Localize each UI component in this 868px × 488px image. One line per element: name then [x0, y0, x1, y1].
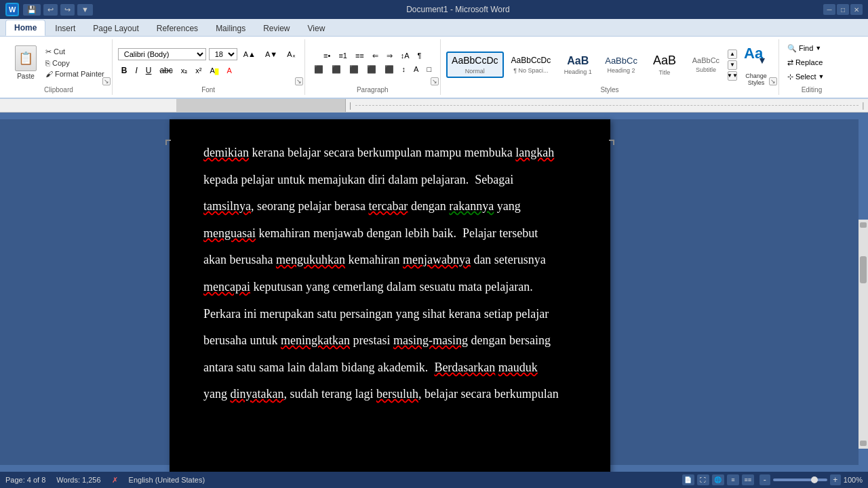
customize-button[interactable]: ▼: [77, 4, 93, 16]
draft-view-button[interactable]: ≡≡: [742, 474, 754, 485]
text-highlight-button[interactable]: A█: [206, 65, 222, 76]
bold-button[interactable]: B: [118, 64, 131, 77]
format-painter-icon: 🖌: [45, 70, 53, 78]
vertical-scrollbar[interactable]: [859, 220, 868, 449]
font-size-select[interactable]: 18: [209, 48, 237, 60]
status-right: 📄 ⛶ 🌐 ≡ ≡≡ - + 100%: [682, 474, 863, 485]
styles-label: Styles: [441, 86, 778, 94]
font-label: Font: [113, 86, 304, 94]
replace-button[interactable]: ⇄ Replace: [785, 57, 839, 68]
tab-review[interactable]: Review: [255, 21, 298, 36]
paste-label: Paste: [17, 73, 35, 80]
zoom-thumb[interactable]: [811, 476, 818, 483]
align-left-button[interactable]: ⬛: [311, 64, 327, 75]
zoom-out-button[interactable]: -: [760, 474, 770, 485]
word-count: Words: 1,256: [56, 476, 100, 484]
title-bar-controls[interactable]: 💾 ↩ ↪ ▼: [23, 4, 93, 16]
tab-page-layout[interactable]: Page Layout: [85, 21, 146, 36]
grow-font-button[interactable]: A▲: [240, 49, 259, 60]
styles-scroll-up[interactable]: ▲: [728, 49, 737, 59]
underline-button[interactable]: U: [142, 64, 155, 77]
svg-text:W: W: [9, 5, 16, 14]
minimize-button[interactable]: ─: [823, 4, 835, 15]
multilevel-button[interactable]: ≡≡: [352, 50, 368, 61]
style-title-label: Title: [659, 69, 671, 76]
paragraph-expand[interactable]: ↘: [431, 77, 439, 85]
font-expand[interactable]: ↘: [295, 77, 303, 85]
save-button[interactable]: 💾: [23, 4, 41, 16]
style-heading2-button[interactable]: AaBbCc Heading 2: [599, 52, 643, 78]
align-right-button[interactable]: ⬛: [346, 64, 362, 75]
close-button[interactable]: ✕: [850, 4, 863, 15]
style-no-spacing-button[interactable]: AaBbCcDc ¶ No Spaci...: [506, 52, 557, 77]
numbering-button[interactable]: ≡1: [335, 50, 351, 61]
zoom-in-button[interactable]: +: [830, 474, 841, 485]
title-bar: W 💾 ↩ ↪ ▼ Document1 - Microsoft Word ─ □…: [0, 0, 868, 19]
undo-button[interactable]: ↩: [43, 4, 58, 16]
font-select[interactable]: Calibri (Body): [118, 48, 206, 60]
web-view-button[interactable]: 🌐: [712, 474, 724, 485]
scrollbar-up[interactable]: [860, 222, 867, 228]
style-normal-preview: AaBbCcDc: [452, 55, 498, 66]
clipboard-expand[interactable]: ↘: [102, 77, 111, 85]
format-painter-button[interactable]: 🖌 Format Painter: [43, 69, 106, 79]
justify-button[interactable]: ⬛: [363, 64, 380, 75]
styles-scroll-more[interactable]: ▼▼: [728, 71, 737, 81]
clear-format-button[interactable]: Aₓ: [283, 49, 298, 60]
ruler: │ │: [0, 99, 868, 113]
style-heading1-button[interactable]: AaB Heading 1: [558, 51, 597, 79]
line-spacing-button[interactable]: ↕: [399, 64, 410, 75]
window-controls[interactable]: ─ □ ✕: [823, 4, 863, 15]
text-line-2: kepada pelajar untuk memajukan diri dala…: [203, 167, 576, 194]
increase-indent-button[interactable]: ⇒: [383, 50, 396, 62]
align-center-button[interactable]: ⬛: [328, 64, 344, 75]
select-button[interactable]: ⊹ Select ▼: [785, 71, 839, 83]
bullets-button[interactable]: ≡•: [320, 50, 334, 61]
outline-view-button[interactable]: ≡: [727, 474, 739, 485]
text-line-6: mencapai keputusan yang cemerlang dalam …: [203, 274, 576, 301]
scrollbar-thumb[interactable]: [860, 256, 867, 283]
borders-button[interactable]: □: [423, 64, 435, 75]
subscript-button[interactable]: x₂: [178, 65, 191, 77]
paragraph-group: ≡• ≡1 ≡≡ ⇐ ⇒ ↕A ¶ ⬛ ⬛ ⬛ ⬛ ⬛ ↕ A □ Paragr…: [305, 39, 441, 95]
tab-home[interactable]: Home: [5, 20, 45, 36]
full-screen-view-button[interactable]: ⛶: [697, 474, 709, 485]
decrease-indent-button[interactable]: ⇐: [369, 50, 382, 62]
text-line-7: Perkara ini merupakan satu persaingan ya…: [203, 301, 576, 328]
spell-check-status[interactable]: ✗: [112, 476, 118, 485]
cut-button[interactable]: ✂ Cut: [43, 47, 106, 57]
distributed-button[interactable]: ⬛: [381, 64, 397, 75]
paste-button[interactable]: 📋 Paste: [11, 43, 41, 83]
styles-group: AaBbCcDc Normal AaBbCcDc ¶ No Spaci... A…: [441, 39, 779, 95]
copy-button[interactable]: ⎘ Copy: [43, 58, 106, 68]
styles-expand[interactable]: ↘: [769, 77, 777, 85]
styles-scroll-down[interactable]: ▼: [728, 60, 737, 70]
style-subtitle-button[interactable]: AaBbCc Subtitle: [686, 53, 726, 77]
show-hide-button[interactable]: ¶: [414, 50, 425, 61]
find-button[interactable]: 🔍 Find ▼: [785, 43, 839, 54]
style-title-button[interactable]: AaB Title: [645, 50, 684, 80]
tab-mailings[interactable]: Mailings: [208, 21, 254, 36]
zoom-slider[interactable]: [773, 479, 827, 481]
document-text[interactable]: demikian kerana belajar secara berkumpul…: [203, 140, 576, 408]
style-heading1-label: Heading 1: [564, 68, 592, 75]
shading-button[interactable]: A: [410, 64, 422, 75]
scrollbar-down[interactable]: [860, 441, 867, 446]
redo-button[interactable]: ↪: [60, 4, 75, 16]
sort-button[interactable]: ↕A: [397, 50, 413, 61]
spell-check-icon: ✗: [112, 476, 118, 485]
tab-insert[interactable]: Insert: [47, 21, 83, 36]
change-styles-button[interactable]: Aa ▼ ChangeStyles: [739, 41, 773, 89]
tab-references[interactable]: References: [149, 21, 206, 36]
font-color-button[interactable]: A: [223, 65, 235, 76]
shrink-font-button[interactable]: A▼: [262, 49, 281, 60]
superscript-button[interactable]: x²: [192, 65, 205, 76]
document-page[interactable]: demikian kerana belajar secara berkumpul…: [170, 119, 610, 472]
print-view-button[interactable]: 📄: [682, 474, 694, 485]
language[interactable]: English (United States): [129, 476, 205, 484]
tab-view[interactable]: View: [300, 21, 334, 36]
italic-button[interactable]: I: [132, 64, 140, 77]
strikethrough-button[interactable]: abc: [156, 64, 176, 77]
maximize-button[interactable]: □: [837, 4, 849, 15]
style-normal-button[interactable]: AaBbCcDc Normal: [446, 52, 503, 78]
